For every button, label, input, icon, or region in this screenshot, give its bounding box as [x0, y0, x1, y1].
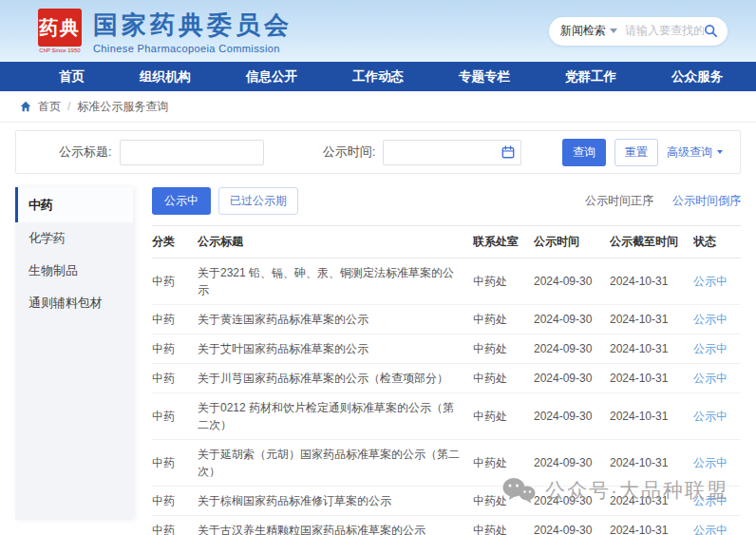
cell-title[interactable]: 关于0212 药材和饮片检定通则标准草案的公示（第二次） [198, 393, 473, 440]
tab-in-publicity[interactable]: 公示中 [152, 187, 211, 215]
cell-office: 中药处 [473, 258, 534, 305]
column-header-3: 公示时间 [534, 226, 610, 258]
site-title: 国家药典委员会 [93, 9, 293, 42]
cell-end-date: 2024-10-31 [610, 516, 693, 535]
main-nav: 首页组织机构信息公开工作动态专题专栏党群工作公众服务 [0, 62, 756, 91]
filter-time-label: 公示时间: [323, 143, 376, 161]
cell-title[interactable]: 关于艾叶国家药品标准草案的公示 [198, 334, 473, 364]
news-search-box[interactable]: 新闻检索 请输入要查找的关键字 [549, 17, 728, 46]
table-row: 中药关于棕榈国家药品标准修订草案的公示中药处2024-09-302024-10-… [152, 487, 741, 516]
nav-item-6[interactable]: 公众服务 [671, 68, 723, 86]
nav-item-1[interactable]: 组织机构 [140, 68, 191, 86]
cell-title[interactable]: 关于棕榈国家药品标准修订草案的公示 [198, 487, 473, 516]
search-category-dropdown[interactable]: 新闻检索 [560, 23, 617, 39]
cell-status: 公示中 [693, 258, 741, 305]
cell-office: 中药处 [473, 364, 534, 393]
cell-title[interactable]: 关于2321 铅、镉、砷、汞、铜测定法标准草案的公示 [198, 258, 473, 305]
search-input[interactable]: 请输入要查找的关键字 [617, 23, 704, 39]
cell-start-date: 2024-09-30 [534, 487, 610, 516]
table-row: 中药关于古汉养生精颗粒国家药品标准草案的公示中药处2024-09-302024-… [152, 516, 741, 535]
advanced-query-button[interactable]: 高级查询 [667, 144, 723, 161]
cell-title[interactable]: 关于黄连国家药品标准草案的公示 [198, 305, 473, 334]
filter-title-input[interactable] [120, 140, 264, 165]
cell-status: 公示中 [693, 487, 741, 516]
cell-status: 公示中 [693, 334, 741, 364]
tab-expired[interactable]: 已过公示期 [218, 187, 298, 215]
status-link[interactable]: 公示中 [693, 456, 728, 469]
cell-office: 中药处 [473, 487, 534, 516]
status-link[interactable]: 公示中 [693, 410, 728, 423]
cell-office: 中药处 [473, 440, 534, 487]
status-link[interactable]: 公示中 [693, 342, 728, 355]
status-link[interactable]: 公示中 [693, 313, 728, 326]
column-header-4: 公示截至时间 [610, 226, 693, 258]
tabs-row: 公示中 已过公示期 公示时间正序 公示时间倒序 [152, 187, 741, 215]
cell-end-date: 2024-10-31 [610, 258, 693, 305]
status-link[interactable]: 公示中 [693, 372, 728, 385]
reset-button[interactable]: 重置 [614, 139, 658, 166]
nav-item-0[interactable]: 首页 [59, 68, 85, 86]
breadcrumb-current: 标准公示服务查询 [77, 99, 168, 115]
pharmacopoeia-seal-icon: 药典 [38, 9, 82, 47]
cell-category: 中药 [152, 334, 198, 364]
site-header: 药典 ChP Since 1950 国家药典委员会 Chinese Pharma… [0, 0, 756, 62]
page: 药典 ChP Since 1950 国家药典委员会 Chinese Pharma… [0, 0, 756, 535]
cell-title[interactable]: 关于古汉养生精颗粒国家药品标准草案的公示 [198, 516, 473, 535]
cell-start-date: 2024-09-30 [534, 305, 610, 334]
column-header-1: 公示标题 [198, 226, 473, 258]
cell-start-date: 2024-09-30 [534, 440, 610, 487]
cell-category: 中药 [152, 440, 198, 487]
cell-end-date: 2024-10-31 [610, 393, 693, 440]
logo-caption: ChP Since 1950 [39, 48, 80, 53]
nav-item-3[interactable]: 工作动态 [352, 68, 404, 86]
search-icon[interactable] [704, 24, 718, 38]
cell-start-date: 2024-09-30 [534, 258, 610, 305]
column-header-5: 状态 [693, 226, 741, 258]
cell-start-date: 2024-09-30 [534, 516, 610, 535]
cell-status: 公示中 [693, 393, 741, 440]
sort-time-ascending-link[interactable]: 公示时间正序 [585, 193, 653, 209]
search-category-label: 新闻检索 [560, 23, 606, 39]
sidebar-item-3[interactable]: 通则辅料包材 [15, 287, 133, 319]
cell-office: 中药处 [473, 516, 534, 535]
cell-status: 公示中 [693, 440, 741, 487]
cell-office: 中药处 [473, 393, 534, 440]
cell-end-date: 2024-10-31 [610, 305, 693, 334]
cell-start-date: 2024-09-30 [534, 364, 610, 393]
cell-category: 中药 [152, 305, 198, 334]
cell-title[interactable]: 关于川芎国家药品标准草案的公示（检查项部分） [198, 364, 473, 393]
cell-status: 公示中 [693, 364, 741, 393]
table-row: 中药关于川芎国家药品标准草案的公示（检查项部分）中药处2024-09-30202… [152, 364, 741, 393]
sort-time-descending-link[interactable]: 公示时间倒序 [672, 193, 741, 209]
breadcrumb-home-link[interactable]: 首页 [38, 99, 61, 115]
cell-end-date: 2024-10-31 [610, 440, 693, 487]
status-link[interactable]: 公示中 [693, 275, 728, 288]
nav-item-2[interactable]: 信息公开 [246, 68, 297, 86]
chevron-down-icon [610, 29, 617, 33]
cell-status: 公示中 [693, 305, 741, 334]
filter-time-input[interactable] [383, 140, 521, 165]
nav-item-5[interactable]: 党群工作 [565, 68, 616, 86]
status-link[interactable]: 公示中 [693, 524, 728, 535]
query-button[interactable]: 查询 [562, 139, 606, 166]
sidebar-item-1[interactable]: 化学药 [15, 222, 133, 255]
sidebar-item-0[interactable]: 中药 [15, 187, 133, 222]
brand-block: 国家药典委员会 Chinese Pharmacopoeia Commission [93, 9, 293, 54]
breadcrumb-separator: / [67, 100, 70, 113]
site-subtitle: Chinese Pharmacopoeia Commission [93, 43, 293, 54]
cell-end-date: 2024-10-31 [610, 334, 693, 364]
chevron-down-icon [717, 150, 723, 154]
home-icon [20, 101, 31, 112]
cell-title[interactable]: 关于延胡索（元胡）国家药品标准草案的公示（第二次） [198, 440, 473, 487]
nav-item-4[interactable]: 专题专栏 [459, 68, 510, 86]
cell-category: 中药 [152, 487, 198, 516]
site-logo: 药典 ChP Since 1950 [38, 9, 82, 53]
table-header-row: 分类公示标题联系处室公示时间公示截至时间状态 [152, 226, 741, 258]
table-row: 中药关于艾叶国家药品标准草案的公示中药处2024-09-302024-10-31… [152, 334, 741, 364]
sidebar-item-2[interactable]: 生物制品 [15, 255, 133, 287]
status-link[interactable]: 公示中 [693, 494, 728, 507]
cell-end-date: 2024-10-31 [610, 487, 693, 516]
cell-start-date: 2024-09-30 [534, 393, 610, 440]
cell-office: 中药处 [473, 334, 534, 364]
cell-start-date: 2024-09-30 [534, 334, 610, 364]
